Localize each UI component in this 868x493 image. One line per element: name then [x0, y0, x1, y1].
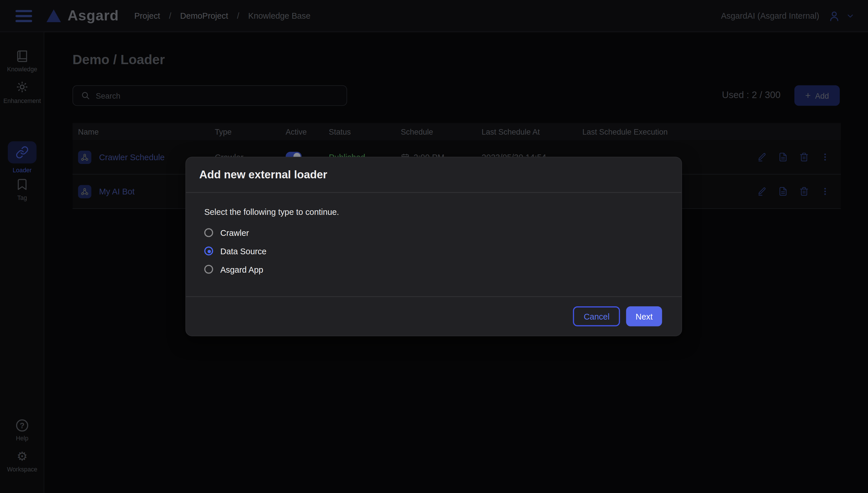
radio-option-data-source[interactable]: Data Source: [204, 245, 663, 257]
radio-circle-icon[interactable]: [204, 265, 213, 274]
radio-option-crawler[interactable]: Crawler: [204, 227, 663, 238]
cancel-button[interactable]: Cancel: [573, 306, 620, 326]
modal-body: Select the following type to continue. C…: [186, 193, 682, 296]
add-loader-modal: Add new external loader Select the follo…: [185, 157, 682, 336]
modal-title: Add new external loader: [199, 169, 327, 181]
modal-prompt: Select the following type to continue.: [204, 207, 663, 217]
radio-option-label: Crawler: [221, 228, 249, 238]
modal-footer: Cancel Next: [186, 296, 682, 336]
radio-option-label: Data Source: [221, 246, 267, 256]
radio-circle-icon[interactable]: [204, 246, 213, 255]
next-button[interactable]: Next: [626, 306, 662, 326]
app-root: Asgard Project / DemoProject / Knowledge…: [0, 0, 868, 493]
radio-option-label: Asgard App: [221, 265, 263, 274]
modal-header: Add new external loader: [186, 157, 682, 193]
radio-option-asgard-app[interactable]: Asgard App: [204, 264, 663, 275]
radio-circle-icon[interactable]: [204, 228, 213, 237]
